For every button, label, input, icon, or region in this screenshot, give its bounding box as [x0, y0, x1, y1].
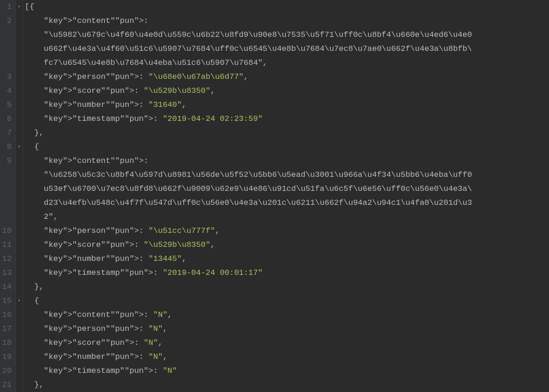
fold-marker — [16, 126, 22, 140]
code-line[interactable]: "key">"timestamp""pun">: "2019-04-24 02:… — [25, 112, 549, 126]
line-number — [0, 42, 15, 56]
code-line[interactable]: "key">"score""pun">: "\u529b\u8350", — [25, 84, 549, 98]
fold-marker — [16, 196, 22, 210]
fold-toggle-icon[interactable]: ▾ — [16, 0, 22, 14]
line-number-gutter: 1234567891011121314151617181920212223242… — [0, 0, 15, 392]
line-number — [0, 28, 15, 42]
code-line[interactable]: }, — [25, 126, 549, 140]
fold-marker — [16, 168, 22, 182]
code-line[interactable]: u53ef\u6700\u7ec8\u8fd8\u662f\u9009\u62e… — [25, 182, 549, 196]
line-number: 11 — [0, 238, 15, 252]
line-number: 7 — [0, 126, 15, 140]
fold-toggle-icon[interactable]: ▾ — [16, 140, 22, 154]
line-number: 16 — [0, 308, 15, 322]
code-line[interactable]: "key">"score""pun">: "N", — [25, 336, 549, 350]
line-number: 8 — [0, 140, 15, 154]
fold-marker — [16, 42, 22, 56]
line-number: 15 — [0, 294, 15, 308]
code-line[interactable]: fc7\u6545\u4e8b\u7684\u4eba\u51c6\u5907\… — [25, 56, 549, 70]
fold-marker — [16, 84, 22, 98]
fold-marker — [16, 322, 22, 336]
line-number: 5 — [0, 98, 15, 112]
line-number — [0, 182, 15, 196]
fold-marker[interactable]: ▾ — [16, 294, 22, 308]
fold-marker — [16, 210, 22, 224]
line-number: 3 — [0, 70, 15, 84]
code-line[interactable]: "key">"number""pun">: "N", — [25, 350, 549, 364]
line-number: 9 — [0, 154, 15, 168]
code-line[interactable]: d23\u4efb\u548c\u4f7f\u547d\uff0c\u56e0\… — [25, 196, 549, 210]
code-editor[interactable]: 1234567891011121314151617181920212223242… — [0, 0, 549, 392]
code-area[interactable]: [{ "key">"content""pun">: "\u5982\u679c\… — [23, 0, 549, 392]
fold-marker — [16, 252, 22, 266]
code-line[interactable]: "key">"score""pun">: "\u529b\u8350", — [25, 238, 549, 252]
fold-marker[interactable]: ▾ — [16, 0, 22, 14]
fold-gutter[interactable]: ▾▾▾▾ — [15, 0, 23, 392]
line-number: 12 — [0, 252, 15, 266]
fold-marker — [16, 154, 22, 168]
fold-marker — [16, 238, 22, 252]
fold-marker — [16, 266, 22, 280]
code-line[interactable]: { — [25, 294, 549, 308]
line-number: 18 — [0, 336, 15, 350]
line-number: 1 — [0, 0, 15, 14]
line-number — [0, 56, 15, 70]
code-line[interactable]: "key">"number""pun">: "13445", — [25, 252, 549, 266]
line-number — [0, 196, 15, 210]
line-number: 10 — [0, 224, 15, 238]
fold-marker — [16, 378, 22, 392]
fold-marker — [16, 14, 22, 28]
fold-marker — [16, 70, 22, 84]
fold-marker — [16, 350, 22, 364]
code-line[interactable]: [{ — [25, 0, 549, 14]
line-number: 21 — [0, 378, 15, 392]
fold-toggle-icon[interactable]: ▾ — [16, 294, 22, 308]
code-line[interactable]: "\u6258\u5c3c\u8bf4\u597d\u8981\u56de\u5… — [25, 168, 549, 182]
line-number: 20 — [0, 364, 15, 378]
code-line[interactable]: }, — [25, 378, 549, 392]
code-line[interactable]: "\u5982\u679c\u4f60\u4e0d\u559c\u6b22\u8… — [25, 28, 549, 42]
line-number: 6 — [0, 112, 15, 126]
fold-marker — [16, 280, 22, 294]
fold-marker — [16, 98, 22, 112]
line-number: 2 — [0, 14, 15, 28]
line-number: 19 — [0, 350, 15, 364]
code-line[interactable]: }, — [25, 280, 549, 294]
code-line[interactable]: 2", — [25, 210, 549, 224]
fold-marker — [16, 336, 22, 350]
code-line[interactable]: "key">"number""pun">: "31640", — [25, 98, 549, 112]
code-line[interactable]: "key">"timestamp""pun">: "N" — [25, 364, 549, 378]
fold-marker — [16, 112, 22, 126]
code-line[interactable]: "key">"timestamp""pun">: "2019-04-24 00:… — [25, 266, 549, 280]
line-number — [0, 168, 15, 182]
line-number: 17 — [0, 322, 15, 336]
code-line[interactable]: "key">"content""pun">: — [25, 14, 549, 28]
fold-marker — [16, 364, 22, 378]
code-line[interactable]: { — [25, 140, 549, 154]
code-line[interactable]: "key">"content""pun">: — [25, 154, 549, 168]
code-line[interactable]: "key">"person""pun">: "\u51cc\u777f", — [25, 224, 549, 238]
fold-marker — [16, 56, 22, 70]
fold-marker[interactable]: ▾ — [16, 140, 22, 154]
fold-marker — [16, 28, 22, 42]
code-line[interactable]: "key">"person""pun">: "N", — [25, 322, 549, 336]
line-number: 4 — [0, 84, 15, 98]
line-number: 13 — [0, 266, 15, 280]
code-line[interactable]: "key">"person""pun">: "\u68e0\u67ab\u6d7… — [25, 70, 549, 84]
code-line[interactable]: u662f\u4e3a\u4f60\u51c6\u5907\u7684\uff0… — [25, 42, 549, 56]
code-line[interactable]: "key">"content""pun">: "N", — [25, 308, 549, 322]
fold-marker — [16, 224, 22, 238]
line-number: 14 — [0, 280, 15, 294]
fold-marker — [16, 308, 22, 322]
fold-marker — [16, 182, 22, 196]
line-number — [0, 210, 15, 224]
